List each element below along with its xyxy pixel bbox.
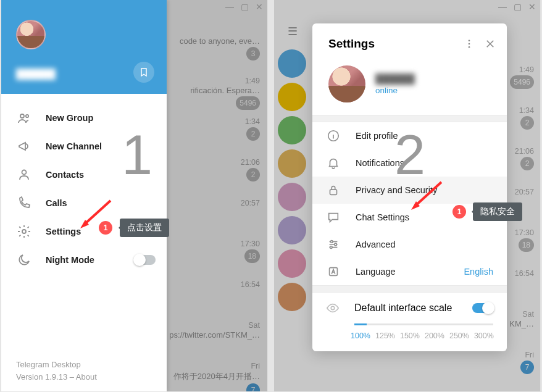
chat-avatar[interactable] (278, 283, 306, 311)
scale-value[interactable]: 150% (400, 332, 420, 340)
unread-badge: 7 (246, 383, 260, 391)
annotation-tooltip: 点击设置 (120, 219, 169, 237)
avatar (328, 65, 365, 102)
settings-notifications[interactable]: Notifications (312, 149, 507, 177)
settings-edit-profile[interactable]: Edit profile (312, 122, 507, 149)
close-icon[interactable]: ✕ (528, 2, 536, 11)
chat-time: Fri (165, 362, 260, 370)
more-icon[interactable] (461, 36, 477, 52)
unread-badge: 18 (244, 249, 260, 263)
chat-row[interactable]: Sat ps://twitter.com/STKM_… (165, 316, 267, 357)
unread-badge: 5496 (510, 75, 534, 89)
chat-avatar[interactable] (278, 116, 306, 144)
chat-row[interactable]: Fri 作将于2020年4月开播… 7 (165, 357, 267, 391)
settings-item-label: Edit profile (356, 131, 398, 141)
app-version: Version 1.9.13 – (16, 372, 76, 382)
menu-new-group[interactable]: New Group (1, 104, 167, 132)
menu-new-channel[interactable]: New Channel (1, 132, 167, 161)
menu-label: Settings (46, 227, 81, 236)
unread-badge: 18 (519, 238, 534, 252)
maximize-icon[interactable]: ▢ (513, 2, 522, 11)
scale-value[interactable]: 125% (375, 332, 395, 340)
profile-name: ██████ (375, 73, 415, 84)
chat-row[interactable]: 1:34 2 (165, 112, 267, 153)
chat-row[interactable]: code to anyone, eve… 3 (165, 31, 267, 72)
settings-language[interactable]: Language English (312, 258, 507, 285)
unread-badge: 2 (246, 168, 260, 181)
chat-avatar[interactable] (278, 183, 306, 211)
chat-time: Fri (501, 351, 534, 359)
settings-header: Settings (312, 23, 507, 62)
unread-badge: 7 (520, 361, 534, 374)
chat-avatars (274, 44, 310, 391)
chat-row[interactable]: 17:30 18 (165, 235, 267, 275)
chat-time: 20:57 (165, 199, 260, 207)
chat-preview: 作将于2020年4月开播… (165, 371, 260, 382)
annotation-badge: 1 (99, 221, 112, 235)
svg-point-13 (331, 306, 335, 310)
scale-value[interactable]: 300% (474, 332, 494, 340)
chat-avatar[interactable] (278, 216, 306, 244)
unread-badge: 2 (520, 116, 534, 130)
close-settings-icon[interactable] (482, 36, 498, 52)
language-value: English (464, 267, 493, 277)
chat-avatar[interactable] (278, 83, 306, 111)
saved-messages-button[interactable] (133, 62, 154, 83)
window-controls: — ▢ ✕ (225, 2, 264, 11)
group-icon (16, 110, 32, 126)
chat-time: 1:49 (165, 77, 260, 85)
svg-point-1 (26, 115, 28, 117)
person-icon (16, 167, 32, 183)
settings-profile[interactable]: ██████ online (312, 62, 507, 115)
svg-rect-8 (330, 190, 337, 194)
settings-privacy-security[interactable]: Privacy and Security (312, 177, 507, 204)
scale-value[interactable]: 100% (351, 332, 370, 340)
scale-slider[interactable] (354, 323, 493, 325)
about-link[interactable]: About (76, 372, 97, 382)
divider (312, 285, 507, 293)
divider (312, 115, 507, 122)
night-mode-toggle[interactable] (135, 255, 156, 265)
scale-toggle[interactable] (472, 303, 493, 313)
settings-advanced[interactable]: Advanced (312, 231, 507, 258)
menu-night-mode[interactable]: Night Mode (1, 246, 167, 274)
chat-row[interactable]: 21:06 2 (165, 153, 267, 194)
unread-badge: 5496 (236, 96, 260, 110)
chat-row[interactable]: 16:54 (165, 275, 267, 316)
menu-list: New Group New Channel Contacts Calls (1, 94, 167, 278)
chat-row[interactable]: 20:57 (165, 194, 267, 235)
close-icon[interactable]: ✕ (255, 2, 264, 11)
svg-point-5 (469, 43, 470, 45)
settings-item-label: Privacy and Security (356, 185, 437, 195)
sidebar-header: ██████ (1, 0, 167, 94)
eye-icon (326, 301, 340, 315)
hamburger-icon[interactable]: ☰ (288, 25, 298, 38)
app-footer: Telegram Desktop Version 1.9.13 – About (16, 359, 97, 383)
svg-point-2 (22, 170, 27, 175)
minimize-icon[interactable]: — (225, 2, 234, 11)
chat-row[interactable]: Fri7 (501, 346, 540, 386)
phone-icon (16, 195, 32, 211)
chat-avatar[interactable] (278, 249, 306, 278)
settings-title: Settings (328, 37, 456, 51)
moon-icon (16, 252, 32, 268)
menu-contacts[interactable]: Contacts (1, 161, 167, 189)
chat-row[interactable]: 1:49 rificación. Espera… 5496 (165, 72, 267, 112)
gear-icon (16, 223, 32, 240)
sidebar-panel: ██████ New Group New Channel (1, 0, 167, 391)
settings-item-label: Chat Settings (356, 212, 409, 222)
scale-value[interactable]: 200% (425, 332, 444, 340)
avatar[interactable] (16, 20, 46, 49)
chat-time: Sat (165, 321, 260, 330)
svg-point-11 (330, 246, 333, 249)
minimize-icon[interactable]: — (498, 2, 507, 11)
settings-item-label: Language (356, 267, 396, 277)
chat-avatar[interactable] (278, 149, 306, 178)
chat-preview: rificación. Espera… (165, 86, 260, 95)
chat-list-behind: code to anyone, eve… 3 1:49 rificación. … (165, 0, 267, 391)
maximize-icon[interactable]: ▢ (240, 2, 249, 11)
scale-value[interactable]: 250% (449, 332, 469, 340)
menu-calls[interactable]: Calls (1, 189, 167, 217)
menu-label: New Channel (46, 141, 102, 151)
chat-avatar[interactable] (278, 49, 306, 78)
